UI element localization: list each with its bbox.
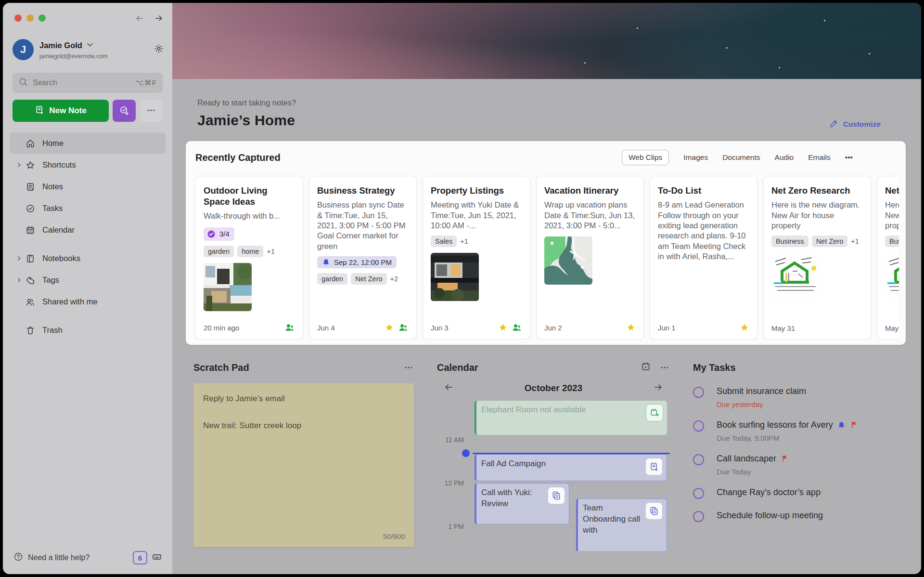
tag-pill[interactable]: Net Zero bbox=[812, 236, 847, 247]
check-circle-icon bbox=[206, 229, 216, 239]
expand-chevron-icon[interactable] bbox=[13, 255, 24, 262]
sidebar-item-tags[interactable]: Tags bbox=[10, 269, 166, 291]
task-row: Call landscaper Due Today bbox=[693, 454, 905, 476]
calendar-event[interactable]: Fall Ad Campaign bbox=[475, 454, 667, 481]
sidebar-item-calendar[interactable]: Calendar bbox=[10, 219, 166, 241]
tag-pill[interactable]: Business bbox=[885, 236, 899, 247]
note-card[interactable]: Outdoor Living Space Ideas Walk-through … bbox=[195, 176, 303, 340]
note-card[interactable]: To-Do List 8-9 am Lead Generation Follow… bbox=[650, 176, 757, 340]
filter-tab-documents[interactable]: Documents bbox=[722, 153, 760, 162]
filter-tab-images[interactable]: Images bbox=[683, 153, 708, 162]
sidebar-item-tasks[interactable]: Tasks bbox=[10, 197, 166, 219]
shared-people-icon bbox=[398, 323, 409, 332]
note-card[interactable]: Vacation Itinerary Wrap up vacation plan… bbox=[536, 176, 644, 340]
expand-chevron-icon[interactable] bbox=[13, 162, 24, 168]
calendar-add-icon[interactable] bbox=[646, 404, 663, 421]
tag-list: gardenhome+1 bbox=[204, 246, 295, 257]
task-row: Book surfing lessons for Avery Due Today… bbox=[693, 420, 905, 442]
tag-pill[interactable]: Sales bbox=[431, 236, 457, 247]
new-note-button[interactable]: New Note bbox=[13, 100, 109, 122]
task-checkbox[interactable] bbox=[693, 454, 704, 465]
scratch-pad-textarea[interactable]: Reply to Jamie’s emailNew trail: Sutter … bbox=[193, 383, 414, 547]
sidebar-item-trash[interactable]: Trash bbox=[10, 319, 166, 341]
help-link[interactable]: Need a little help? bbox=[28, 553, 133, 562]
note-card[interactable]: Property Listings Meeting with Yuki Date… bbox=[423, 176, 530, 340]
sidebar-item-shortcuts[interactable]: Shortcuts bbox=[10, 154, 166, 176]
tag-pill[interactable]: home bbox=[237, 246, 263, 257]
calendar-next-month-button[interactable] bbox=[654, 382, 663, 394]
note-add-icon[interactable] bbox=[645, 458, 663, 475]
new-task-button[interactable] bbox=[113, 100, 136, 122]
sidebar-item-home[interactable]: Home bbox=[10, 132, 166, 154]
copy-note-icon[interactable] bbox=[645, 502, 663, 520]
recently-captured-filter-tabs: Web ClipsImagesDocumentsAudioEmails••• bbox=[622, 150, 853, 165]
shared-people-icon bbox=[284, 323, 295, 332]
zoom-window-button[interactable] bbox=[38, 14, 46, 22]
note-card[interactable]: Business Strategy Business plan sync Dat… bbox=[309, 176, 417, 340]
calendar-event[interactable]: Team Onboarding call with bbox=[576, 498, 667, 551]
tags-more-count: +1 bbox=[851, 237, 859, 245]
note-card[interactable]: Net Zero Research Here is the new diagra… bbox=[763, 176, 871, 340]
sidebar-item-notes[interactable]: Notes bbox=[10, 176, 166, 197]
tag-pill[interactable]: garden bbox=[204, 246, 234, 257]
scratch-pad-char-count: 50/600 bbox=[383, 532, 405, 540]
minimize-window-button[interactable] bbox=[26, 14, 34, 22]
sidebar-item-notebooks[interactable]: Notebooks bbox=[10, 248, 166, 269]
sidebar-item-label: Tasks bbox=[42, 204, 63, 213]
filter-tab-emails[interactable]: Emails bbox=[808, 153, 831, 162]
calendar-widget: Calendar October 2023 11 AM12 PM1 PMElep… bbox=[437, 359, 670, 551]
sidebar-item-label: Tags bbox=[42, 275, 59, 285]
calendar-prev-month-button[interactable] bbox=[444, 382, 453, 394]
expand-chevron-icon[interactable] bbox=[13, 205, 24, 211]
expand-chevron-icon[interactable] bbox=[13, 299, 24, 305]
expand-chevron-icon[interactable] bbox=[13, 140, 24, 146]
task-checkbox[interactable] bbox=[693, 420, 704, 432]
calendar-menu-button[interactable] bbox=[659, 363, 670, 372]
expand-chevron-icon[interactable] bbox=[13, 327, 24, 333]
close-window-button[interactable] bbox=[14, 14, 22, 22]
filter-tab-audio[interactable]: Audio bbox=[775, 153, 794, 162]
help-question-icon bbox=[13, 552, 23, 564]
task-checkbox[interactable] bbox=[693, 387, 704, 398]
filter-tab-[interactable]: ••• bbox=[845, 153, 853, 162]
expand-chevron-icon[interactable] bbox=[13, 227, 24, 233]
tag-pill[interactable]: garden bbox=[317, 273, 347, 285]
note-card-snippet: Here is the new diagram. New Air for hou… bbox=[771, 200, 863, 231]
keyboard-shortcuts-icon[interactable] bbox=[152, 552, 162, 564]
scratch-pad-menu-button[interactable] bbox=[403, 363, 414, 372]
search-input[interactable]: Search ⌥⌘F bbox=[13, 73, 163, 93]
note-card-date: May 31 bbox=[885, 324, 899, 332]
note-card-snippet: Business plan sync Date & Time:Tue, Jun … bbox=[317, 200, 409, 251]
calendar-day-grid[interactable]: 11 AM12 PM1 PMElephant Room not availabl… bbox=[437, 401, 670, 551]
house-photo bbox=[431, 253, 479, 301]
create-more-button[interactable] bbox=[140, 100, 163, 122]
tag-pill[interactable]: Net Zero bbox=[351, 273, 386, 285]
task-checkbox[interactable] bbox=[693, 511, 704, 522]
copy-note-icon[interactable] bbox=[548, 487, 565, 504]
task-due-date: Due yesterday bbox=[717, 400, 806, 408]
hour-gridline bbox=[469, 440, 670, 440]
calendar-event[interactable]: Call with Yuki: Review bbox=[475, 483, 569, 525]
task-checkbox[interactable] bbox=[693, 488, 704, 499]
scratch-pad-widget: Scratch Pad Reply to Jamie’s emailNew tr… bbox=[193, 359, 414, 551]
customize-button[interactable]: Customize bbox=[829, 118, 881, 130]
sidebar-item-shared-with-me[interactable]: Shared with me bbox=[10, 291, 166, 313]
hour-label: 1 PM bbox=[437, 523, 464, 530]
expand-chevron-icon[interactable] bbox=[13, 184, 24, 190]
history-back-button[interactable] bbox=[135, 13, 144, 25]
note-card[interactable]: Net Zero Research Here is the new diagra… bbox=[877, 176, 899, 340]
sidebar-item-label: Shared with me bbox=[42, 297, 98, 306]
filter-tab-webclips[interactable]: Web Clips bbox=[622, 150, 669, 165]
history-forward-button[interactable] bbox=[154, 13, 164, 25]
starred-icon bbox=[498, 323, 508, 332]
settings-gear-icon[interactable] bbox=[154, 44, 164, 55]
account-switcher[interactable]: J Jamie Gold jamiegold@evernote.com bbox=[13, 39, 164, 60]
note-card-title: To-Do List bbox=[658, 185, 749, 196]
tags-more-count: +2 bbox=[390, 275, 398, 283]
calendar-today-icon[interactable] bbox=[641, 362, 651, 373]
tag-pill[interactable]: Business bbox=[771, 236, 808, 247]
calendar-event[interactable]: Elephant Room not available bbox=[475, 401, 667, 435]
note-card-title: Net Zero Research bbox=[885, 185, 899, 196]
expand-chevron-icon[interactable] bbox=[13, 277, 24, 283]
notification-count-badge[interactable]: 6 bbox=[133, 551, 147, 564]
